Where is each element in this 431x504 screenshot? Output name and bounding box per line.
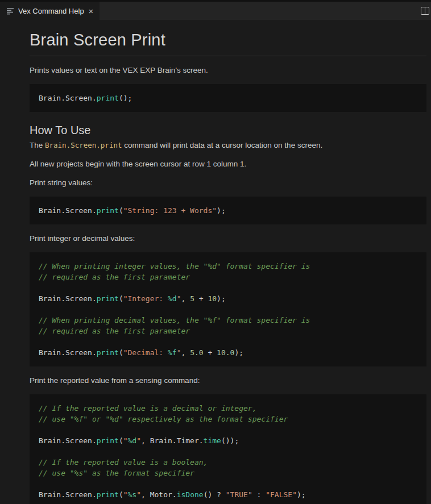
code-token-comment: // use "%s" as the format specifier <box>39 469 194 477</box>
code-token-method: isDone <box>177 490 204 499</box>
code-token-plain: + <box>194 294 208 303</box>
code-token-method: print <box>97 94 119 102</box>
code-token-plain: , <box>181 294 190 303</box>
code-token-plain: : <box>252 490 266 499</box>
code-token-string: " <box>136 490 141 499</box>
code-token-comment: // required as the first parameter <box>39 273 190 281</box>
code-line <box>39 446 421 457</box>
code-token-plain: ( <box>119 294 123 303</box>
code-line: Brain.Screen.print(); <box>39 93 421 103</box>
code-token-string: "String: 123 + Words" <box>123 206 217 215</box>
code-token-plain: (); <box>119 94 132 102</box>
code-token-plain: Brain.Screen. <box>39 490 97 499</box>
code-token-method: print <box>97 490 119 499</box>
code-token-number: 10 <box>208 294 217 303</box>
print-string-label: Print string values: <box>30 178 426 188</box>
code-line: Brain.Screen.print("Decimal: %f", 5.0 + … <box>39 347 421 358</box>
code-token-plain: Brain.Screen. <box>39 94 97 102</box>
code-line: // use "%s" as the format specifier <box>39 468 421 478</box>
code-token-plain: ); <box>234 348 243 357</box>
tab-title: Vex Command Help <box>18 7 84 15</box>
code-token-plain: Brain.Screen. <box>39 206 97 215</box>
code-block-numeric-example: // When printing integer values, the "%d… <box>30 252 426 366</box>
split-editor-icon[interactable] <box>421 7 429 15</box>
code-token-plain: ()); <box>221 436 239 445</box>
code-token-comment: // use "%f" or "%d" respectively as the … <box>39 415 288 423</box>
code-token-string: " <box>136 436 141 445</box>
code-token-plain: + <box>204 348 217 357</box>
code-token-plain: ); <box>217 294 226 303</box>
code-token-string: " <box>123 436 128 445</box>
code-block-string-example: Brain.Screen.print("String: 123 + Words"… <box>30 197 426 224</box>
intro-paragraph: Prints values or text on the VEX EXP Bra… <box>30 66 426 75</box>
code-token-plain: ( <box>119 348 123 357</box>
code-line: Brain.Screen.print("Integer: %d", 5 + 10… <box>39 293 421 304</box>
command-description-post: command will print data at a cursor loca… <box>122 141 322 149</box>
code-token-fmt: %f <box>168 348 177 357</box>
code-line: // When printing decimal values, the "%f… <box>39 315 421 326</box>
code-token-method: print <box>97 348 119 357</box>
code-token-string: "Integer: <box>123 294 168 303</box>
code-token-plain: ( <box>119 436 123 445</box>
code-token-number: 5 <box>190 294 194 303</box>
code-token-plain: Brain.Screen. <box>39 294 97 303</box>
print-sensing-label: Print the reported value from a sensing … <box>30 376 426 385</box>
code-token-plain: ); <box>217 206 226 215</box>
command-description-pre: The <box>30 141 45 149</box>
code-token-comment: // If the reported value is a boolean, <box>39 458 208 466</box>
code-token-fmt: %d <box>168 294 177 303</box>
code-line <box>39 282 421 293</box>
code-block-usage: Brain.Screen.print(); <box>30 84 426 112</box>
code-line: Brain.Screen.print("String: 123 + Words"… <box>39 205 421 216</box>
inline-code-brain-screen-print: Brain.Screen.print <box>45 141 122 149</box>
code-token-plain: Brain.Screen. <box>39 348 97 357</box>
code-token-string: "TRUE" <box>226 490 252 499</box>
code-token-fmt: %d <box>128 436 137 445</box>
tab-close-icon[interactable]: × <box>88 6 94 16</box>
code-token-method: time <box>204 436 221 445</box>
new-projects-paragraph: All new projects begin with the screen c… <box>30 160 426 169</box>
editor-actions <box>421 2 430 20</box>
code-token-plain: () ? <box>204 490 226 499</box>
tab-vex-command-help[interactable]: Vex Command Help × <box>0 2 100 20</box>
code-token-plain: , Motor. <box>141 490 177 499</box>
title-divider <box>30 56 426 56</box>
code-line <box>39 424 421 435</box>
code-line <box>39 304 421 315</box>
code-token-comment: // When printing integer values, the "%d… <box>39 262 310 270</box>
code-token-plain: , <box>181 348 190 357</box>
code-token-comment: // If the reported value is a decimal or… <box>39 404 257 413</box>
code-line: // If the reported value is a boolean, <box>39 457 421 468</box>
code-token-plain: ); <box>297 490 306 499</box>
code-line: // use "%f" or "%d" respectively as the … <box>39 414 421 424</box>
preview-lines-icon <box>7 7 14 15</box>
command-description-paragraph: The Brain.Screen.print command will prin… <box>30 141 426 150</box>
code-line: // When printing integer values, the "%d… <box>39 261 421 272</box>
code-token-plain: , Brain.Timer. <box>141 436 204 445</box>
how-to-use-heading: How To Use <box>30 124 426 137</box>
code-line: // required as the first parameter <box>39 272 421 282</box>
code-token-string: "FALSE" <box>266 490 297 499</box>
code-line: Brain.Screen.print("%s", Motor.isDone() … <box>39 489 421 500</box>
editor-tab-bar: Vex Command Help × <box>0 0 431 20</box>
code-token-plain: Brain.Screen. <box>39 436 97 445</box>
code-line <box>39 478 421 489</box>
code-token-method: print <box>97 436 119 445</box>
code-token-string: "Decimal: <box>123 348 168 357</box>
code-token-method: print <box>97 294 119 303</box>
code-token-comment: // When printing decimal values, the "%f… <box>39 316 310 324</box>
code-line <box>39 336 421 347</box>
code-line: // If the reported value is a decimal or… <box>39 403 421 414</box>
code-token-plain: ( <box>119 490 123 499</box>
page-title: Brain Screen Print <box>30 31 426 49</box>
code-token-method: print <box>97 206 119 215</box>
help-article: Brain Screen Print Prints values or text… <box>0 31 431 504</box>
code-token-comment: // required as the first parameter <box>39 327 190 335</box>
print-numeric-label: Print integer or decimal values: <box>30 234 426 243</box>
code-token-number: 5.0 <box>190 348 203 357</box>
code-token-fmt: %s <box>128 490 137 499</box>
code-line: // required as the first parameter <box>39 326 421 336</box>
code-block-sensing-example: // If the reported value is a decimal or… <box>30 394 426 504</box>
code-line: Brain.Screen.print("%d", Brain.Timer.tim… <box>39 435 421 446</box>
code-token-string: " <box>123 490 128 499</box>
